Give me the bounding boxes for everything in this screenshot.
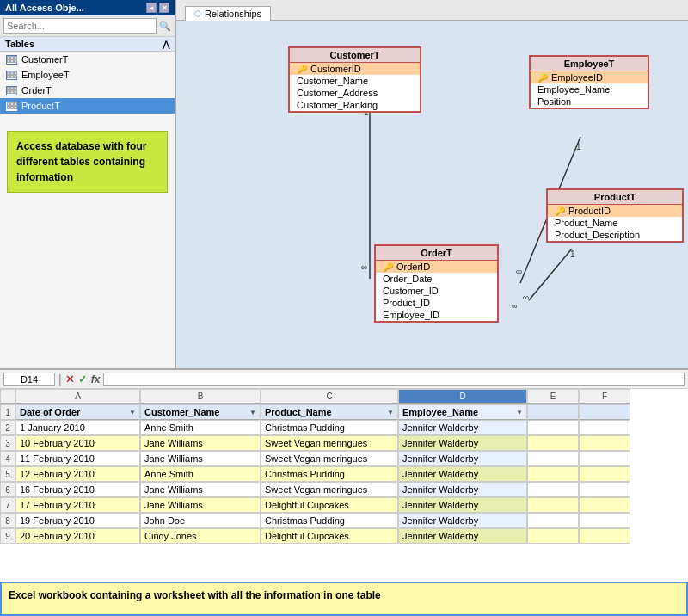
- row-3-cell-5[interactable]: [527, 435, 579, 451]
- row-5-cell-5[interactable]: [527, 466, 579, 482]
- col-header-A[interactable]: A: [15, 389, 140, 404]
- collapse-icon[interactable]: ⋀: [163, 40, 169, 49]
- customerT-field-name: Customer_Name: [290, 75, 420, 87]
- row-8-cell-4[interactable]: Jennifer Walderby: [398, 513, 527, 528]
- row-3-cell-2[interactable]: Jane Williams: [140, 435, 261, 451]
- table-item-customerT[interactable]: CustomerT: [0, 52, 175, 67]
- product-dropdown-icon[interactable]: ▼: [387, 409, 394, 416]
- row-9-cell-4[interactable]: Jennifer Walderby: [398, 528, 527, 544]
- row-4-cell-3[interactable]: Sweet Vegan meringues: [261, 451, 398, 466]
- productT-field-name: Product_Name: [548, 217, 682, 229]
- row-3-cell-3[interactable]: Sweet Vegan meringues: [261, 435, 398, 451]
- access-description-box: Access database with four different tabl…: [7, 131, 168, 193]
- row-7-cell-1[interactable]: 17 February 2010: [15, 497, 140, 513]
- close-icon[interactable]: ✕: [159, 3, 169, 13]
- table-item-orderT[interactable]: OrderT: [0, 83, 175, 98]
- row-8-cell-5[interactable]: [527, 513, 579, 528]
- svg-text:∞: ∞: [512, 302, 517, 311]
- access-panel: All Access Obje... ◂ ✕ 🔍 Tables ⋀ Custom…: [0, 0, 176, 368]
- cancel-formula-icon[interactable]: ✕: [65, 373, 75, 385]
- confirm-formula-icon[interactable]: ✓: [78, 373, 88, 385]
- row-3-cell-6[interactable]: [579, 435, 630, 451]
- row-8-cell-2[interactable]: John Doe: [140, 513, 261, 528]
- col-header-D[interactable]: D: [398, 389, 527, 404]
- row-9-cell-2[interactable]: Cindy Jones: [140, 528, 261, 544]
- row-num-2: 2: [0, 420, 15, 435]
- row-9-cell-1[interactable]: 20 February 2010: [15, 528, 140, 544]
- row-7-cell-5[interactable]: [527, 497, 579, 513]
- orderT-field-customer: Customer_ID: [376, 285, 497, 297]
- row-6-cell-3[interactable]: Sweet Vegan meringues: [261, 482, 398, 497]
- table-item-productT[interactable]: ProductT: [0, 98, 175, 114]
- row-6-cell-1[interactable]: 16 February 2010: [15, 482, 140, 497]
- row-6-cell-6[interactable]: [579, 482, 630, 497]
- rel-tab-icon: ⬡: [194, 9, 201, 18]
- row-2-cell-1[interactable]: 1 January 2010: [15, 420, 140, 435]
- row-7-cell-6[interactable]: [579, 497, 630, 513]
- db-table-employeeT: EmployeeT 🔑 EmployeeID Employee_Name Pos…: [529, 55, 649, 109]
- search-input[interactable]: [3, 18, 157, 34]
- row-2-cell-6[interactable]: [579, 420, 630, 435]
- row-num-7: 7: [0, 497, 15, 513]
- db-table-productT: ProductT 🔑 ProductID Product_Name Produc…: [546, 188, 684, 243]
- excel-grid: A B C D E F 1 Date of Order ▼ Customer_N…: [0, 389, 688, 420]
- col-header-B[interactable]: B: [140, 389, 261, 404]
- row-7-cell-4[interactable]: Jennifer Walderby: [398, 497, 527, 513]
- table-icon-orderT: [5, 84, 17, 96]
- db-table-orderT: OrderT 🔑 OrderID Order_Date Customer_ID …: [374, 244, 499, 323]
- svg-text:∞: ∞: [516, 267, 522, 276]
- row-5-cell-2[interactable]: Anne Smith: [140, 466, 261, 482]
- employee-dropdown-icon[interactable]: ▼: [516, 409, 523, 416]
- header-F: [579, 404, 630, 420]
- row-9-cell-5[interactable]: [527, 528, 579, 544]
- pk-icon-order: 🔑: [383, 262, 393, 272]
- formula-separator: |: [58, 373, 62, 386]
- svg-text:∞: ∞: [361, 262, 367, 272]
- row-4-cell-6[interactable]: [579, 451, 630, 466]
- svg-text:1: 1: [576, 142, 581, 151]
- date-dropdown-icon[interactable]: ▼: [129, 409, 136, 416]
- row-2-cell-2[interactable]: Anne Smith: [140, 420, 261, 435]
- col-header-E[interactable]: E: [527, 389, 579, 404]
- row-8-cell-6[interactable]: [579, 513, 630, 528]
- db-table-customerT-header: CustomerT: [290, 48, 420, 63]
- row-7-cell-3[interactable]: Delightful Cupcakes: [261, 497, 398, 513]
- row-6-cell-4[interactable]: Jennifer Walderby: [398, 482, 527, 497]
- customer-dropdown-icon[interactable]: ▼: [249, 409, 256, 416]
- row-2-cell-5[interactable]: [527, 420, 579, 435]
- formula-icons: ✕ ✓ fx: [65, 373, 101, 385]
- row-7-cell-2[interactable]: Jane Williams: [140, 497, 261, 513]
- col-header-blank: [0, 389, 15, 404]
- row-3-cell-4[interactable]: Jennifer Walderby: [398, 435, 527, 451]
- row-5-cell-3[interactable]: Christmas Pudding: [261, 466, 398, 482]
- row-2-cell-3[interactable]: Christmas Pudding: [261, 420, 398, 435]
- pk-icon: 🔑: [297, 65, 307, 74]
- insert-function-icon[interactable]: fx: [91, 373, 101, 385]
- svg-text:1: 1: [570, 249, 575, 259]
- row-9-cell-6[interactable]: [579, 528, 630, 544]
- formula-input[interactable]: [103, 373, 685, 386]
- row-2-cell-4[interactable]: Jennifer Walderby: [398, 420, 527, 435]
- db-table-customerT: CustomerT 🔑 CustomerID Customer_Name Cus…: [288, 46, 421, 113]
- col-header-C[interactable]: C: [261, 389, 398, 404]
- row-4-cell-4[interactable]: Jennifer Walderby: [398, 451, 527, 466]
- row-8-cell-3[interactable]: Christmas Pudding: [261, 513, 398, 528]
- svg-text:∞: ∞: [523, 293, 529, 302]
- table-item-employeeT[interactable]: EmployeeT: [0, 67, 175, 83]
- row-6-cell-5[interactable]: [527, 482, 579, 497]
- cell-ref-input[interactable]: [3, 373, 55, 386]
- row-5-cell-4[interactable]: Jennifer Walderby: [398, 466, 527, 482]
- minimize-icon[interactable]: ◂: [146, 3, 157, 13]
- rel-tab-bar: ⬡ Relationships: [176, 0, 688, 21]
- row-5-cell-1[interactable]: 12 February 2010: [15, 466, 140, 482]
- row-8-cell-1[interactable]: 19 February 2010: [15, 513, 140, 528]
- relationships-tab[interactable]: ⬡ Relationships: [185, 6, 271, 21]
- row-3-cell-1[interactable]: 10 February 2010: [15, 435, 140, 451]
- col-header-F[interactable]: F: [579, 389, 630, 404]
- row-4-cell-2[interactable]: Jane Williams: [140, 451, 261, 466]
- row-4-cell-1[interactable]: 11 February 2010: [15, 451, 140, 466]
- row-4-cell-5[interactable]: [527, 451, 579, 466]
- row-6-cell-2[interactable]: Jane Williams: [140, 482, 261, 497]
- row-9-cell-3[interactable]: Delightful Cupcakes: [261, 528, 398, 544]
- row-5-cell-6[interactable]: [579, 466, 630, 482]
